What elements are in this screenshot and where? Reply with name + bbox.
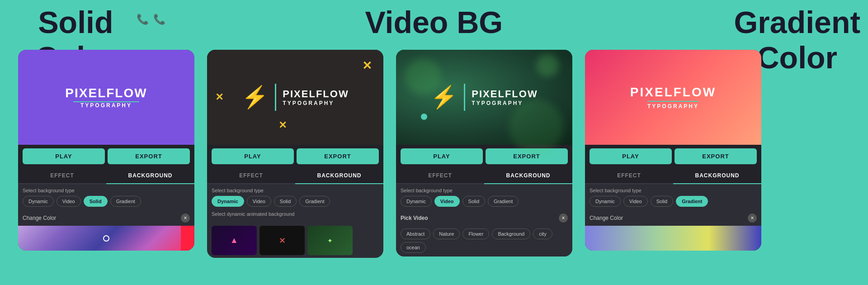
tabs-dynamic: EFFECT BACKGROUND bbox=[207, 168, 383, 184]
tab-effect-video[interactable]: EFFECT bbox=[396, 168, 484, 183]
pixelflow-dark: PIXELFLOW bbox=[283, 88, 349, 100]
bg-video-solid[interactable]: Video bbox=[57, 196, 81, 207]
tab-bg-video[interactable]: BACKGROUND bbox=[484, 168, 572, 184]
bg-solid-video[interactable]: Solid bbox=[462, 196, 485, 207]
typography-dark: TYPOGRAPHY bbox=[283, 100, 349, 106]
play-button-video[interactable]: PLAY bbox=[401, 148, 483, 164]
tag-nature[interactable]: Nature bbox=[433, 228, 460, 239]
btn-row-solid: PLAY EXPORT bbox=[18, 145, 194, 168]
bg-solid-solid[interactable]: Solid bbox=[84, 196, 108, 207]
dyn-thumb-1[interactable]: ▲ bbox=[212, 226, 257, 255]
bg-dynamic-video[interactable]: Dynamic bbox=[401, 196, 432, 207]
bg-gradient-solid[interactable]: Gradient bbox=[110, 196, 141, 207]
bg-video-gradient[interactable]: Video bbox=[623, 196, 648, 207]
bg-options-gradient: Select background type Dynamic Video Sol… bbox=[585, 184, 761, 210]
gradient-palette[interactable] bbox=[585, 226, 761, 251]
logo-sub-solid: TYPOGRAPHY bbox=[80, 102, 132, 109]
preview-solid: PIXELFLOW TYPOGRAPHY bbox=[18, 50, 194, 145]
bg-video-video[interactable]: Video bbox=[434, 196, 460, 207]
video-tags-row: Abstract Nature Flower Background city o… bbox=[396, 226, 572, 256]
change-color-bar-solid: Change Color × bbox=[18, 210, 194, 226]
bg-label-dynamic: Select background type bbox=[212, 188, 379, 193]
card-dynamic: ✕ ✕ ✕ ⚡ PIXELFLOW TYPOGRAPHY PLAY EXPORT… bbox=[207, 50, 383, 258]
bg-gradient-dynamic[interactable]: Gradient bbox=[299, 196, 330, 207]
dynamic-sub-label: Select dynamic animated background bbox=[212, 211, 379, 217]
play-button-gradient[interactable]: PLAY bbox=[590, 148, 672, 164]
deco-x-bottom: ✕ bbox=[278, 119, 287, 131]
bg-options-solid: Select background type Dynamic Video Sol… bbox=[18, 184, 194, 210]
export-button-dynamic[interactable]: EXPORT bbox=[297, 148, 379, 164]
tab-effect-gradient[interactable]: EFFECT bbox=[585, 168, 673, 183]
bg-dynamic-solid[interactable]: Dynamic bbox=[23, 196, 54, 207]
btn-row-dynamic: PLAY EXPORT bbox=[207, 145, 383, 168]
bolt-icon-dark: ⚡ bbox=[241, 86, 269, 108]
close-change-color-gradient[interactable]: × bbox=[748, 214, 757, 223]
bg-type-row-solid: Dynamic Video Solid Gradient bbox=[23, 196, 190, 207]
tab-bg-gradient[interactable]: BACKGROUND bbox=[673, 168, 761, 184]
logo-gradient: PIXELFLOW TYPOGRAPHY bbox=[630, 85, 716, 109]
bg-label-video: Select background type bbox=[401, 188, 568, 193]
bokeh-2 bbox=[536, 54, 559, 77]
bg-options-dynamic: Select background type Dynamic Video Sol… bbox=[207, 184, 383, 210]
change-color-label-solid: Change Color bbox=[23, 215, 56, 221]
export-button-solid[interactable]: EXPORT bbox=[108, 148, 190, 164]
close-pick-video[interactable]: × bbox=[559, 214, 568, 223]
bg-gradient-video[interactable]: Gradient bbox=[488, 196, 519, 207]
tag-flower[interactable]: Flower bbox=[462, 228, 489, 239]
dyn-thumb-2-icon: ✕ bbox=[279, 236, 286, 246]
cards-row: PIXELFLOW TYPOGRAPHY PLAY EXPORT EFFECT … bbox=[0, 50, 868, 285]
phone-icon-1: 📞 bbox=[137, 14, 149, 25]
color-red-strip-solid bbox=[181, 226, 194, 251]
change-color-label-gradient: Change Color bbox=[590, 215, 623, 221]
logo-solid: PIXELFLOW TYPOGRAPHY bbox=[65, 86, 147, 109]
tab-effect-solid[interactable]: EFFECT bbox=[18, 168, 106, 183]
bokeh-1 bbox=[405, 59, 441, 95]
preview-dark: ✕ ✕ ✕ ⚡ PIXELFLOW TYPOGRAPHY bbox=[207, 50, 383, 145]
close-change-color-solid[interactable]: × bbox=[181, 214, 190, 223]
dyn-thumb-3-icon: ✦ bbox=[327, 237, 333, 244]
bg-gradient-gradient[interactable]: Gradient bbox=[676, 196, 708, 207]
dynamic-thumbs-row: ▲ ✕ ✦ bbox=[207, 223, 383, 258]
tag-abstract[interactable]: Abstract bbox=[401, 228, 430, 239]
bg-dynamic-label-row: Select dynamic animated background bbox=[207, 210, 383, 223]
tag-ocean[interactable]: ocean bbox=[401, 242, 426, 253]
bg-dynamic-dynamic[interactable]: Dynamic bbox=[212, 196, 244, 207]
pick-video-label: Pick Video bbox=[401, 215, 428, 221]
preview-gradient: PIXELFLOW TYPOGRAPHY bbox=[585, 50, 761, 145]
export-button-gradient[interactable]: EXPORT bbox=[675, 148, 757, 164]
play-button-dynamic[interactable]: PLAY bbox=[212, 148, 294, 164]
dyn-thumb-1-icon: ▲ bbox=[230, 236, 238, 245]
card-video: ⚡ PIXELFLOW TYPOGRAPHY PLAY EXPORT EFFEC… bbox=[396, 50, 572, 256]
tab-bg-solid[interactable]: BACKGROUND bbox=[106, 168, 194, 184]
bg-video-dynamic[interactable]: Video bbox=[247, 196, 271, 207]
bg-type-row-video: Dynamic Video Solid Gradient bbox=[401, 196, 568, 207]
play-button-solid[interactable]: PLAY bbox=[23, 148, 105, 164]
tabs-video: EFFECT BACKGROUND bbox=[396, 168, 572, 184]
btn-row-gradient: PLAY EXPORT bbox=[585, 145, 761, 168]
bg-label-gradient: Select background type bbox=[590, 188, 757, 193]
bg-solid-gradient[interactable]: Solid bbox=[651, 196, 673, 207]
change-color-bar-gradient: Change Color × bbox=[585, 210, 761, 226]
card-gradient: PIXELFLOW TYPOGRAPHY PLAY EXPORT EFFECT … bbox=[585, 50, 761, 251]
dyn-thumb-2[interactable]: ✕ bbox=[259, 226, 305, 255]
bg-solid-dynamic[interactable]: Solid bbox=[274, 196, 297, 207]
color-palette-solid[interactable] bbox=[18, 226, 194, 251]
logo-divider-green bbox=[464, 84, 465, 111]
logo-text-dark: PIXELFLOW TYPOGRAPHY bbox=[283, 88, 349, 106]
typography-gradient: TYPOGRAPHY bbox=[647, 103, 699, 109]
bg-dynamic-gradient[interactable]: Dynamic bbox=[590, 196, 621, 207]
dyn-thumb-3[interactable]: ✦ bbox=[307, 226, 353, 255]
logo-dark: ⚡ PIXELFLOW TYPOGRAPHY bbox=[241, 84, 349, 111]
preview-green: ⚡ PIXELFLOW TYPOGRAPHY bbox=[396, 50, 572, 145]
logo-divider-dark bbox=[275, 84, 276, 111]
title-video: Video BG bbox=[363, 5, 505, 40]
bokeh-dot bbox=[421, 114, 427, 120]
tag-city[interactable]: city bbox=[533, 228, 552, 239]
tag-background[interactable]: Background bbox=[492, 228, 530, 239]
tabs-solid: EFFECT BACKGROUND bbox=[18, 168, 194, 184]
bg-options-video: Select background type Dynamic Video Sol… bbox=[396, 184, 572, 210]
logo-text-solid: PIXELFLOW bbox=[65, 86, 147, 100]
tab-effect-dynamic[interactable]: EFFECT bbox=[207, 168, 295, 183]
tab-bg-dynamic[interactable]: BACKGROUND bbox=[295, 168, 383, 184]
bg-type-row-gradient: Dynamic Video Solid Gradient bbox=[590, 196, 757, 207]
